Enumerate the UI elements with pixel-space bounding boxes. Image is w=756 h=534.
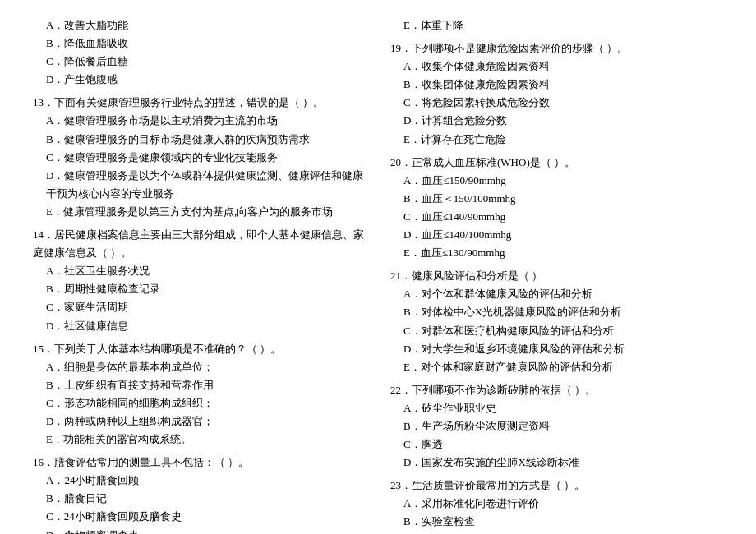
question-line: C．形态功能相同的细胞构成组织； <box>33 394 366 412</box>
question-line: C．健康管理服务是健康领域内的专业化技能服务 <box>33 149 366 167</box>
question-line: 16．膳食评估常用的测量工具不包括：（ ）。 <box>33 453 366 472</box>
question-line: B．降低血脂吸收 <box>33 35 366 53</box>
question-block-q13: 13．下面有关健康管理服务行业特点的描述，错误的是（ ）。A．健康管理服务市场是… <box>33 94 366 221</box>
question-line: A．社区卫生服务状况 <box>33 262 366 280</box>
question-line: B．血压＜150/100mmhg <box>390 190 723 208</box>
question-line: A．血压≤150/90mmhg <box>390 172 723 190</box>
question-block-q20: 20．正常成人血压标准(WHO)是（ ）。A．血压≤150/90mmhgB．血压… <box>390 154 723 263</box>
question-line: B．收集团体健康危险因素资料 <box>390 76 723 94</box>
question-line: D．产生饱腹感 <box>33 71 366 89</box>
question-line: C．对群体和医疗机构健康风险的评估和分析 <box>390 322 723 340</box>
question-block-q16: 16．膳食评估常用的测量工具不包括：（ ）。A．24小时膳食回顾B．膳食日记C．… <box>33 453 366 534</box>
question-line: B．周期性健康检查记录 <box>33 280 366 298</box>
question-line: D．食物频率调查表 <box>33 527 366 534</box>
right-column: E．体重下降19．下列哪项不是健康危险因素评价的步骤（ ）。A．收集个体健康危险… <box>390 16 723 534</box>
question-line: 13．下面有关健康管理服务行业特点的描述，错误的是（ ）。 <box>33 94 366 112</box>
question-line: 14．居民健康档案信息主要由三大部分组成，即个人基本健康信息、家庭健康信息及（ … <box>33 226 366 262</box>
question-line: E．对个体和家庭财产健康风险的评估和分析 <box>390 358 723 376</box>
question-line: D．两种或两种以上组织构成器官； <box>33 412 366 430</box>
question-line: C．降低餐后血糖 <box>33 53 366 71</box>
question-line: B．生产场所粉尘浓度测定资料 <box>390 417 723 435</box>
question-block-q21: 21．健康风险评估和分析是（ ）A．对个体和群体健康风险的评估和分析B．对体检中… <box>390 267 723 376</box>
question-line: D．计算组合危险分数 <box>390 112 723 130</box>
question-line: C．家庭生活周期 <box>33 298 366 316</box>
question-line: 22．下列哪项不作为诊断矽肺的依据（ ）。 <box>390 381 723 399</box>
question-line: C．血压≤140/90mmhg <box>390 208 723 226</box>
question-block-q14: 14．居民健康档案信息主要由三大部分组成，即个人基本健康信息、家庭健康信息及（ … <box>33 226 366 335</box>
question-line: E．计算存在死亡危险 <box>390 131 723 149</box>
question-line: D．国家发布实施的尘肺X线诊断标准 <box>390 453 723 472</box>
question-line: B．实验室检查 <box>390 513 723 531</box>
question-line: B．膳食日记 <box>33 490 366 508</box>
question-line: 15．下列关于人体基本结构哪项是不准确的？（ ）。 <box>33 340 366 358</box>
question-line: A．收集个体健康危险因素资料 <box>390 58 723 76</box>
question-line: B．对体检中心X光机器健康风险的评估和分析 <box>390 303 723 321</box>
question-line: A．24小时膳食回顾 <box>33 472 366 490</box>
question-line: E．体重下降 <box>390 16 723 35</box>
question-line: C．身体机能测量 <box>390 532 723 534</box>
question-block-q19: 19．下列哪项不是健康危险因素评价的步骤（ ）。A．收集个体健康危险因素资料B．… <box>390 39 723 149</box>
question-line: E．功能相关的器官构成系统。 <box>33 430 366 449</box>
left-column: A．改善大脂功能B．降低血脂吸收C．降低餐后血糖D．产生饱腹感13．下面有关健康… <box>33 16 366 534</box>
question-line: A．改善大脂功能 <box>33 16 366 35</box>
question-line: A．采用标准化问卷进行评价 <box>390 495 723 513</box>
question-line: D．健康管理服务是以为个体或群体提供健康监测、健康评估和健康干预为核心内容的专业… <box>33 167 366 203</box>
question-block-q_e: E．体重下降 <box>390 16 723 35</box>
question-line: B．健康管理服务的目标市场是健康人群的疾病预防需求 <box>33 131 366 149</box>
question-line: C．将危险因素转换成危险分数 <box>390 94 723 112</box>
question-line: 21．健康风险评估和分析是（ ） <box>390 267 723 285</box>
question-line: D．对大学生和返乡环境健康风险的评估和分析 <box>390 340 723 358</box>
question-line: D．血压≤140/100mmhg <box>390 226 723 244</box>
question-block-q15: 15．下列关于人体基本结构哪项是不准确的？（ ）。A．细胞是身体的最基本构成单位… <box>33 340 366 449</box>
question-line: A．矽尘作业职业史 <box>390 399 723 417</box>
question-line: 23．生活质量评价最常用的方式是（ ）。 <box>390 476 723 495</box>
question-line: 19．下列哪项不是健康危险因素评价的步骤（ ）。 <box>390 39 723 58</box>
question-block-q22: 22．下列哪项不作为诊断矽肺的依据（ ）。A．矽尘作业职业史B．生产场所粉尘浓度… <box>390 381 723 472</box>
question-line: 20．正常成人血压标准(WHO)是（ ）。 <box>390 154 723 172</box>
question-line: D．社区健康信息 <box>33 317 366 335</box>
question-line: E．血压≤130/90mmhg <box>390 244 723 262</box>
question-line: A．对个体和群体健康风险的评估和分析 <box>390 285 723 303</box>
question-line: A．健康管理服务市场是以主动消费为主流的市场 <box>33 112 366 130</box>
question-block-q_a_options: A．改善大脂功能B．降低血脂吸收C．降低餐后血糖D．产生饱腹感 <box>33 16 366 89</box>
question-line: A．细胞是身体的最基本构成单位； <box>33 358 366 376</box>
question-block-q23: 23．生活质量评价最常用的方式是（ ）。A．采用标准化问卷进行评价B．实验室检查… <box>390 476 723 534</box>
question-line: C．胸透 <box>390 435 723 453</box>
question-line: E．健康管理服务是以第三方支付为基点,向客户为的服务市场 <box>33 203 366 221</box>
question-line: B．上皮组织有直接支持和营养作用 <box>33 376 366 394</box>
question-line: C．24小时膳食回顾及膳食史 <box>33 508 366 526</box>
page-content: A．改善大脂功能B．降低血脂吸收C．降低餐后血糖D．产生饱腹感13．下面有关健康… <box>33 16 723 534</box>
